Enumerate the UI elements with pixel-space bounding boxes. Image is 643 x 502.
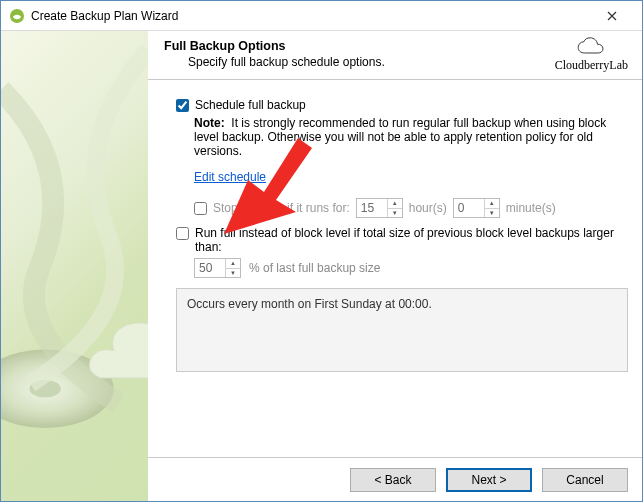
note-label: Note: <box>194 116 225 130</box>
hours-unit: hour(s) <box>409 201 447 215</box>
header: Full Backup Options Specify full backup … <box>148 31 642 79</box>
footer: < Back Next > Cancel <box>148 457 642 501</box>
minutes-arrows[interactable]: ▲▼ <box>484 199 499 217</box>
run-full-checkbox[interactable] <box>176 227 189 240</box>
minutes-unit: minute(s) <box>506 201 556 215</box>
sidebar-graphic <box>1 31 148 501</box>
hours-arrows[interactable]: ▲▼ <box>387 199 402 217</box>
brand-label: CloudberryLab <box>555 59 628 71</box>
minutes-input[interactable] <box>454 199 484 217</box>
wizard-body: Full Backup Options Specify full backup … <box>1 31 642 501</box>
edit-schedule-link[interactable]: Edit schedule <box>194 170 266 184</box>
close-button[interactable] <box>590 2 634 30</box>
cloud-icon <box>575 37 607 59</box>
schedule-summary-text: Occurs every month on First Sunday at 00… <box>187 297 432 311</box>
note: Note: It is strongly recommended to run … <box>194 116 628 158</box>
percent-unit: % of last full backup size <box>249 261 380 275</box>
wizard-window: Create Backup Plan Wizard Full B <box>0 0 643 502</box>
content: Schedule full backup Note: It is strongl… <box>148 88 642 457</box>
percent-stepper[interactable]: ▲▼ <box>194 258 241 278</box>
titlebar: Create Backup Plan Wizard <box>1 1 642 31</box>
close-icon <box>607 11 617 21</box>
window-title: Create Backup Plan Wizard <box>31 9 590 23</box>
stop-plan-label: Stop the plan if it runs for: <box>213 201 350 215</box>
schedule-full-backup-row[interactable]: Schedule full backup <box>176 98 628 112</box>
stop-plan-checkbox[interactable] <box>194 202 207 215</box>
hours-stepper[interactable]: ▲▼ <box>356 198 403 218</box>
next-button[interactable]: Next > <box>446 468 532 492</box>
cancel-button[interactable]: Cancel <box>542 468 628 492</box>
percent-row: ▲▼ % of last full backup size <box>194 258 628 278</box>
minutes-stepper[interactable]: ▲▼ <box>453 198 500 218</box>
brand: CloudberryLab <box>555 37 628 71</box>
app-icon <box>9 8 25 24</box>
stop-plan-row: Stop the plan if it runs for: ▲▼ hour(s)… <box>194 198 628 218</box>
main-pane: Full Backup Options Specify full backup … <box>148 31 642 501</box>
percent-input[interactable] <box>195 259 225 277</box>
schedule-full-backup-label: Schedule full backup <box>195 98 306 112</box>
schedule-summary: Occurs every month on First Sunday at 00… <box>176 288 628 372</box>
back-button[interactable]: < Back <box>350 468 436 492</box>
run-full-label: Run full instead of block level if total… <box>195 226 628 254</box>
schedule-full-backup-checkbox[interactable] <box>176 99 189 112</box>
run-full-row[interactable]: Run full instead of block level if total… <box>176 226 628 254</box>
percent-arrows[interactable]: ▲▼ <box>225 259 240 277</box>
separator <box>148 79 642 80</box>
hours-input[interactable] <box>357 199 387 217</box>
note-text: It is strongly recommended to run regula… <box>194 116 606 158</box>
